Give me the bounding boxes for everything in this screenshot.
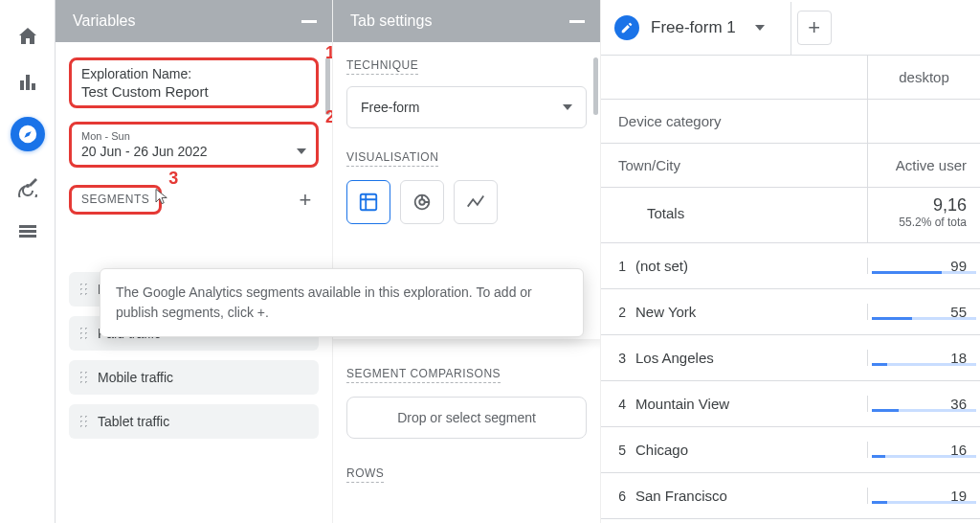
row-city: Los Angeles: [635, 350, 867, 366]
segment-chip[interactable]: Mobile traffic: [69, 360, 319, 395]
drag-handle-icon[interactable]: [78, 282, 88, 297]
totals-label: Totals: [647, 205, 684, 221]
svg-point-3: [419, 199, 425, 205]
row-value: 16: [867, 442, 980, 458]
table-row[interactable]: 4Mountain View36: [601, 381, 980, 427]
chevron-down-icon: [563, 104, 572, 110]
row-city: (not set): [635, 258, 867, 274]
bar-fill: [872, 501, 887, 504]
device-category-value: desktop: [867, 56, 980, 99]
add-tab-button[interactable]: +: [797, 11, 832, 45]
technique-value: Free-form: [361, 100, 419, 115]
collapse-icon[interactable]: [301, 20, 317, 23]
bar-fill: [872, 455, 885, 458]
totals-row: Totals 9,16 55.2% of tota: [601, 188, 980, 243]
collapse-icon[interactable]: [569, 20, 585, 23]
segment-chip-label: Mobile traffic: [98, 370, 173, 385]
tab-settings-header: Tab settings: [333, 0, 600, 42]
technique-select[interactable]: Free-form: [346, 86, 587, 128]
explore-icon[interactable]: [11, 117, 45, 151]
table-row[interactable]: 3Los Angeles18: [601, 335, 980, 381]
viz-line-icon[interactable]: [454, 180, 498, 224]
bar-fill: [872, 317, 912, 320]
rows-label: ROWS: [346, 466, 384, 483]
svg-rect-1: [361, 194, 377, 211]
segment-dropzone[interactable]: Drop or select segment: [346, 397, 587, 439]
segment-chip[interactable]: Tablet traffic: [69, 404, 319, 439]
segment-dropzone-label: Drop or select segment: [397, 410, 536, 425]
row-index: 2: [601, 305, 635, 320]
row-city: San Francisco: [635, 488, 867, 504]
row-index: 5: [601, 443, 635, 458]
annotation-1: 1: [325, 43, 332, 63]
nav-rail: [0, 0, 56, 523]
report-tab-name[interactable]: Free-form 1: [651, 18, 736, 37]
segments-heading: 3 SEGMENTS: [69, 185, 162, 215]
segments-tooltip-text: The Google Analytics segments available …: [116, 284, 532, 320]
tab-settings-panel: Tab settings TECHNIQUE Free-form VISUALI…: [333, 0, 601, 523]
cursor-icon: [153, 188, 170, 208]
configure-icon[interactable]: [16, 220, 39, 243]
row-value: 55: [867, 304, 980, 320]
date-range-value: 20 Jun - 26 Jun 2022: [81, 144, 208, 159]
table-row[interactable]: 5Chicago16: [601, 427, 980, 473]
row-value: 99: [867, 258, 980, 274]
row-value: 18: [867, 350, 980, 366]
drag-handle-icon[interactable]: [78, 370, 88, 385]
viz-donut-icon[interactable]: [400, 180, 444, 224]
exploration-name-value[interactable]: Test Custom Report: [81, 83, 306, 100]
column-group-header: desktop: [601, 56, 980, 100]
row-index: 3: [601, 351, 635, 366]
annotation-2: 2: [325, 107, 332, 127]
annotation-3: 3: [168, 169, 178, 189]
exploration-name-label: Exploration Name:: [81, 66, 306, 81]
row-value: 36: [867, 396, 980, 412]
device-category-header: Device category: [601, 100, 867, 143]
dimension-header-row: Town/City Active user: [601, 144, 980, 188]
town-city-header: Town/City: [601, 144, 867, 187]
date-range-picker[interactable]: 2 Mon - Sun 20 Jun - 26 Jun 2022: [69, 122, 319, 168]
row-city: Chicago: [635, 442, 867, 458]
table-row[interactable]: 6San Francisco19: [601, 473, 980, 519]
advertising-icon[interactable]: [16, 174, 39, 197]
report-tabbar: Free-form 1 +: [601, 0, 980, 56]
variables-panel: Variables 1 Exploration Name: Test Custo…: [56, 0, 333, 523]
row-index: 4: [601, 397, 635, 412]
chevron-down-icon: [297, 148, 306, 154]
visualisation-label: VISUALISATION: [346, 150, 438, 167]
bar-fill: [872, 271, 942, 274]
viz-table-icon[interactable]: [346, 180, 390, 224]
edit-icon[interactable]: [614, 15, 639, 40]
table-row[interactable]: 1(not set)99: [601, 243, 980, 289]
row-index: 6: [601, 489, 635, 504]
add-segment-button[interactable]: +: [292, 187, 319, 214]
report-panel: Free-form 1 + desktop Device category To…: [601, 0, 980, 523]
table-row[interactable]: 2New York55: [601, 289, 980, 335]
chevron-down-icon[interactable]: [755, 25, 765, 31]
bar-fill: [872, 409, 899, 412]
exploration-name-block[interactable]: 1 Exploration Name: Test Custom Report: [69, 57, 319, 108]
segment-chip-label: Tablet traffic: [98, 414, 169, 429]
tab-settings-title: Tab settings: [350, 12, 432, 30]
row-value: 19: [867, 488, 980, 504]
segments-tooltip: The Google Analytics segments available …: [100, 268, 584, 337]
data-rows: 1(not set)992New York553Los Angeles184Mo…: [601, 243, 980, 519]
row-city: New York: [635, 304, 867, 320]
segment-comparisons-label: SEGMENT COMPARISONS: [346, 367, 501, 383]
row-city: Mountain View: [635, 396, 867, 412]
variables-title: Variables: [73, 12, 136, 30]
dimension-header-row: Device category: [601, 100, 980, 144]
metric-header: Active user: [867, 144, 980, 187]
reports-icon[interactable]: [16, 71, 39, 94]
segments-label: SEGMENTS: [81, 193, 149, 208]
visualisation-picker: [346, 180, 587, 224]
home-icon[interactable]: [16, 25, 39, 48]
totals-value: 9,16: [881, 195, 967, 216]
row-index: 1: [601, 259, 635, 274]
variables-header: Variables: [56, 0, 332, 42]
drag-handle-icon[interactable]: [78, 326, 88, 341]
bar-fill: [872, 363, 887, 366]
date-preset: Mon - Sun: [81, 130, 306, 142]
drag-handle-icon[interactable]: [78, 414, 88, 429]
totals-sub: 55.2% of tota: [881, 216, 967, 229]
